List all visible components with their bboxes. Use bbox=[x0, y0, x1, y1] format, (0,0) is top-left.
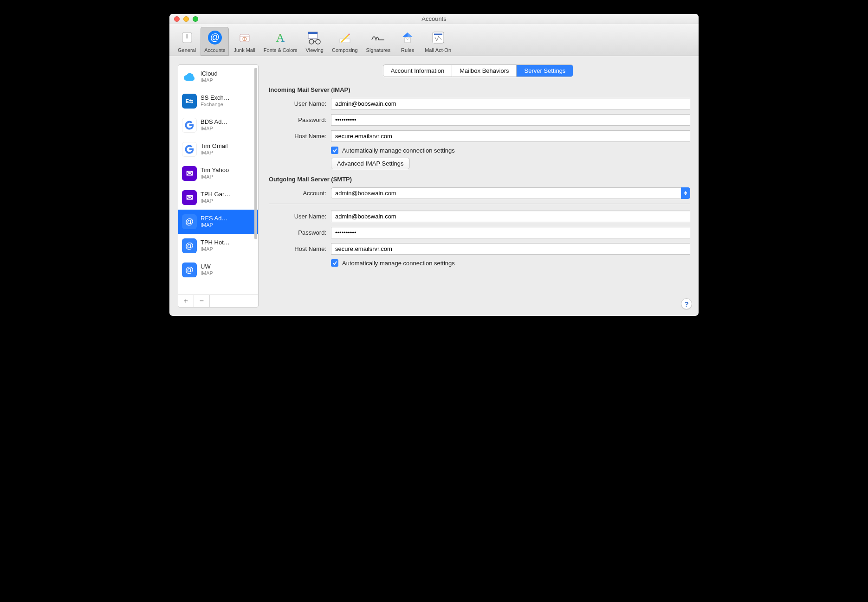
junk-icon bbox=[236, 29, 253, 46]
incoming-auto-label: Automatically manage connection settings bbox=[342, 147, 455, 154]
window-title: Accounts bbox=[421, 15, 446, 22]
incoming-host-input[interactable] bbox=[331, 130, 690, 142]
toolbar-general[interactable]: General bbox=[174, 27, 200, 56]
add-account-button[interactable]: + bbox=[178, 295, 194, 307]
cloud-icon bbox=[182, 70, 197, 84]
outgoing-pass-label: Password: bbox=[266, 229, 326, 236]
account-row-yahoo[interactable]: ✉ Tim YahooIMAP bbox=[178, 161, 258, 186]
account-row-exchange[interactable]: E⇆ SS Exch…Exchange bbox=[178, 89, 258, 113]
incoming-pass-label: Password: bbox=[266, 116, 326, 123]
account-row-tphgar[interactable]: ✉ TPH Gar…IMAP bbox=[178, 186, 258, 210]
toolbar-fonts[interactable]: A Fonts & Colors bbox=[260, 27, 301, 56]
incoming-auto-checkbox[interactable]: Automatically manage connection settings bbox=[331, 147, 690, 154]
outgoing-account-label: Account: bbox=[266, 190, 326, 197]
preferences-window: Accounts General @ Accounts Junk Mail A … bbox=[169, 14, 699, 316]
titlebar: Accounts bbox=[169, 14, 699, 24]
viewing-icon bbox=[306, 29, 324, 46]
google-icon bbox=[182, 118, 197, 133]
mailacton-icon bbox=[429, 29, 447, 46]
outgoing-heading: Outgoing Mail Server (SMTP) bbox=[269, 176, 690, 183]
outgoing-user-input[interactable] bbox=[331, 211, 690, 222]
account-row-bds[interactable]: BDS Ad…IMAP bbox=[178, 113, 258, 137]
signatures-icon bbox=[369, 29, 387, 46]
remove-account-button[interactable]: − bbox=[194, 295, 210, 307]
outgoing-auto-checkbox[interactable]: Automatically manage connection settings bbox=[331, 259, 690, 267]
incoming-heading: Incoming Mail Server (IMAP) bbox=[269, 86, 690, 93]
tab-account-info[interactable]: Account Information bbox=[383, 65, 453, 77]
incoming-pass-input[interactable] bbox=[331, 114, 690, 126]
svg-point-11 bbox=[316, 39, 320, 44]
outgoing-user-label: User Name: bbox=[266, 213, 326, 220]
at-icon: @ bbox=[182, 263, 197, 277]
pref-toolbar: General @ Accounts Junk Mail A Fonts & C… bbox=[169, 24, 699, 56]
divider bbox=[269, 204, 690, 204]
mail-icon: ✉ bbox=[182, 166, 197, 181]
at-icon: @ bbox=[182, 214, 197, 229]
toolbar-accounts[interactable]: @ Accounts bbox=[201, 27, 229, 56]
outgoing-auto-label: Automatically manage connection settings bbox=[342, 260, 455, 267]
incoming-host-label: Host Name: bbox=[266, 133, 326, 140]
check-icon bbox=[331, 259, 338, 267]
svg-point-10 bbox=[309, 39, 314, 44]
settings-panel: Account Information Mailbox Behaviors Se… bbox=[266, 64, 690, 307]
sidebar-footer: + − bbox=[178, 295, 258, 307]
incoming-user-input[interactable] bbox=[331, 98, 690, 109]
exchange-icon: E⇆ bbox=[182, 94, 197, 109]
fonts-icon: A bbox=[272, 29, 289, 46]
chevron-updown-icon bbox=[681, 187, 690, 199]
switch-icon bbox=[178, 29, 196, 46]
at-icon: @ bbox=[182, 238, 197, 253]
toolbar-mailacton[interactable]: Mail Act-On bbox=[421, 27, 455, 56]
account-row-uw[interactable]: @ UWIMAP bbox=[178, 258, 258, 282]
scrollbar-thumb[interactable] bbox=[254, 68, 257, 239]
svg-rect-1 bbox=[186, 34, 188, 38]
account-row-tphhot[interactable]: @ TPH Hot…IMAP bbox=[178, 234, 258, 258]
svg-text:@: @ bbox=[210, 32, 220, 42]
check-icon bbox=[331, 147, 338, 154]
outgoing-host-label: Host Name: bbox=[266, 245, 326, 252]
account-row-gmail[interactable]: Tim GmailIMAP bbox=[178, 137, 258, 161]
incoming-user-label: User Name: bbox=[266, 100, 326, 107]
settings-tabs: Account Information Mailbox Behaviors Se… bbox=[383, 64, 574, 77]
outgoing-account-select[interactable]: admin@bobswain.com bbox=[331, 187, 690, 199]
help-button[interactable]: ? bbox=[681, 298, 692, 309]
close-icon[interactable] bbox=[174, 16, 180, 22]
toolbar-rules[interactable]: Rules bbox=[395, 27, 420, 56]
rules-icon bbox=[399, 29, 416, 46]
toolbar-junk[interactable]: Junk Mail bbox=[230, 27, 259, 56]
zoom-icon[interactable] bbox=[193, 16, 198, 22]
toolbar-viewing[interactable]: Viewing bbox=[302, 27, 327, 56]
mail-icon: ✉ bbox=[182, 190, 197, 205]
advanced-imap-button[interactable]: Advanced IMAP Settings bbox=[331, 158, 410, 169]
traffic-lights bbox=[174, 16, 198, 22]
minimize-icon[interactable] bbox=[183, 16, 189, 22]
toolbar-signatures[interactable]: Signatures bbox=[363, 27, 395, 56]
outgoing-pass-input[interactable] bbox=[331, 227, 690, 238]
outgoing-host-input[interactable] bbox=[331, 243, 690, 255]
google-icon bbox=[182, 142, 197, 157]
svg-rect-9 bbox=[308, 32, 317, 34]
account-row-res[interactable]: @ RES Ad…IMAP bbox=[178, 210, 258, 234]
tab-server-settings[interactable]: Server Settings bbox=[517, 65, 573, 77]
tab-mailbox-behaviors[interactable]: Mailbox Behaviors bbox=[452, 65, 517, 77]
account-list: iCloudIMAP E⇆ SS Exch…Exchange BDS Ad…IM… bbox=[178, 65, 258, 295]
account-sidebar: iCloudIMAP E⇆ SS Exch…Exchange BDS Ad…IM… bbox=[178, 64, 259, 307]
svg-text:A: A bbox=[276, 31, 285, 45]
compose-icon bbox=[336, 29, 354, 46]
at-icon: @ bbox=[206, 29, 224, 46]
toolbar-composing[interactable]: Composing bbox=[328, 27, 362, 56]
account-row-icloud[interactable]: iCloudIMAP bbox=[178, 65, 258, 89]
